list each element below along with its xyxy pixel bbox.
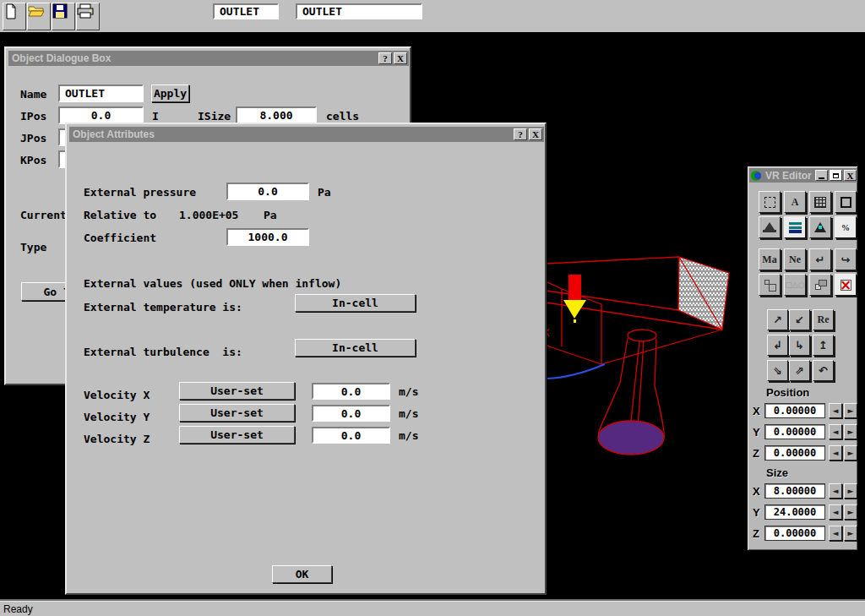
percent-icon: % xyxy=(841,223,850,232)
arrow-se-icon: ⇘ xyxy=(773,364,782,377)
isize-input[interactable]: 8.000 xyxy=(236,106,317,124)
delete-x-icon: × xyxy=(840,278,851,292)
velocity-x-input[interactable]: 0.0 xyxy=(312,383,390,400)
letter-a-icon: A xyxy=(792,196,799,209)
velocity-y-mode-button[interactable]: User-set xyxy=(179,404,295,422)
help-button[interactable]: ? xyxy=(514,128,527,140)
duplicate-button[interactable] xyxy=(759,274,781,296)
undo-view-button[interactable]: ↶ xyxy=(813,360,834,381)
rotate-right-button[interactable]: ↳ xyxy=(789,335,810,356)
object-select-field[interactable]: OUTLET xyxy=(296,3,422,19)
size-z-input[interactable]: 0.00000 xyxy=(764,526,825,541)
size-z-decrement-button[interactable]: ◄ xyxy=(829,526,842,541)
undo-arrow-icon: ↶ xyxy=(819,364,828,377)
rotate-left-button[interactable]: ↲ xyxy=(767,335,788,356)
move-sw-button[interactable]: ↙ xyxy=(789,309,810,330)
main-menu-label: Ma xyxy=(762,253,776,266)
branch-arrow-button[interactable]: ↪ xyxy=(835,248,857,270)
name-label: Name xyxy=(20,88,46,101)
velocity-z-mode-button[interactable]: User-set xyxy=(179,426,295,444)
new-file-button[interactable] xyxy=(3,3,26,30)
reset-view-button[interactable]: Re xyxy=(813,309,834,330)
print-button[interactable] xyxy=(76,3,100,30)
mesh-toggle-button[interactable] xyxy=(759,191,781,213)
position-y-decrement-button[interactable]: ◄ xyxy=(829,424,842,439)
external-turbulence-button[interactable]: In-cell xyxy=(295,339,416,357)
close-button[interactable]: X xyxy=(844,170,857,181)
position-x-input[interactable]: 0.00000 xyxy=(764,403,825,418)
size-y-decrement-button[interactable]: ◄ xyxy=(829,504,842,520)
external-pressure-input[interactable]: 0.0 xyxy=(226,183,309,200)
coefficient-input[interactable]: 1000.0 xyxy=(226,228,309,246)
name-input[interactable]: OUTLET xyxy=(58,84,144,102)
delete-object-button[interactable]: × xyxy=(835,274,857,296)
size-x-axis-label: X xyxy=(753,485,760,498)
minimize-button[interactable] xyxy=(815,170,828,181)
main-menu-button[interactable]: Ma xyxy=(759,248,781,270)
velocity-z-input[interactable]: 0.0 xyxy=(312,427,390,444)
maximize-icon xyxy=(833,173,839,178)
velocity-x-mode-button[interactable]: User-set xyxy=(179,382,295,400)
position-x-decrement-button[interactable]: ◄ xyxy=(829,403,842,418)
new-object-button[interactable]: Ne xyxy=(784,248,806,270)
i-label: I xyxy=(152,110,159,123)
object-attributes-title: Object Attributes xyxy=(73,128,155,140)
enter-arrow-button[interactable]: ↵ xyxy=(809,248,831,270)
arrow-sw-icon: ↙ xyxy=(795,313,804,326)
position-y-input[interactable]: 0.00000 xyxy=(764,424,825,439)
tilt-up-button[interactable]: ⇗ xyxy=(789,360,810,381)
annotation-button[interactable]: A xyxy=(784,191,806,213)
status-text: Ready xyxy=(3,603,33,615)
position-x-increment-button[interactable]: ► xyxy=(844,403,857,418)
size-x-decrement-button[interactable]: ◄ xyxy=(829,483,842,499)
shapes-button[interactable]: □△○ xyxy=(784,274,806,296)
size-z-increment-button[interactable]: ► xyxy=(844,526,857,541)
help-button[interactable]: ? xyxy=(378,52,392,64)
current-label: Current xyxy=(20,209,67,221)
position-x-axis-label: X xyxy=(753,405,760,417)
domain-button[interactable] xyxy=(835,191,857,213)
reset-label: Re xyxy=(818,313,830,326)
apply-button[interactable]: Apply xyxy=(151,84,189,102)
move-up-button[interactable]: ↥ xyxy=(813,335,834,356)
position-z-decrement-button[interactable]: ◄ xyxy=(829,445,842,461)
close-button[interactable]: X xyxy=(529,128,542,140)
probe-button[interactable] xyxy=(809,216,831,238)
object-name-field[interactable]: OUTLET xyxy=(213,3,279,19)
size-x-input[interactable]: 8.00000 xyxy=(764,483,825,499)
group-button[interactable] xyxy=(809,274,831,296)
pyramid-object-icon xyxy=(764,222,775,230)
close-button[interactable]: X xyxy=(394,52,407,64)
grid-toggle-button[interactable] xyxy=(809,191,831,213)
object-button[interactable] xyxy=(759,216,781,238)
velocity-y-unit: m/s xyxy=(399,407,418,420)
type-label: Type xyxy=(20,241,46,253)
position-z-input[interactable]: 0.00000 xyxy=(764,445,825,461)
save-button[interactable] xyxy=(52,3,75,30)
size-y-increment-button[interactable]: ► xyxy=(844,504,857,520)
jpos-label: JPos xyxy=(20,132,46,144)
position-section-label: Position xyxy=(766,386,809,399)
new-document-icon xyxy=(3,3,19,19)
values-button[interactable]: % xyxy=(835,216,857,238)
ok-button[interactable]: OK xyxy=(272,565,332,583)
object-dialogue-box-titlebar[interactable]: Object Dialogue Box ? X xyxy=(8,51,409,66)
size-y-input[interactable]: 24.0000 xyxy=(764,504,825,520)
external-temperature-button[interactable]: In-cell xyxy=(295,294,416,312)
position-y-increment-button[interactable]: ► xyxy=(844,424,857,439)
size-x-increment-button[interactable]: ► xyxy=(844,483,857,499)
object-dialogue-box-title: Object Dialogue Box xyxy=(12,52,111,64)
object-attributes-titlebar[interactable]: Object Attributes ? X xyxy=(69,127,544,142)
move-ne-button[interactable]: ↗ xyxy=(767,309,788,330)
velocity-z-unit: m/s xyxy=(399,429,418,442)
maximize-button[interactable] xyxy=(830,170,842,181)
position-z-increment-button[interactable]: ► xyxy=(844,445,857,461)
vr-editor-titlebar[interactable]: VR Editor X xyxy=(749,168,857,183)
tilt-down-button[interactable]: ⇘ xyxy=(767,360,788,381)
open-file-button[interactable] xyxy=(27,3,51,30)
position-y-axis-label: Y xyxy=(753,426,760,439)
wireframe-scene: X xyxy=(541,228,752,490)
ipos-input[interactable]: 0.0 xyxy=(58,106,144,124)
layers-button[interactable] xyxy=(784,216,806,238)
velocity-y-input[interactable]: 0.0 xyxy=(312,405,390,422)
